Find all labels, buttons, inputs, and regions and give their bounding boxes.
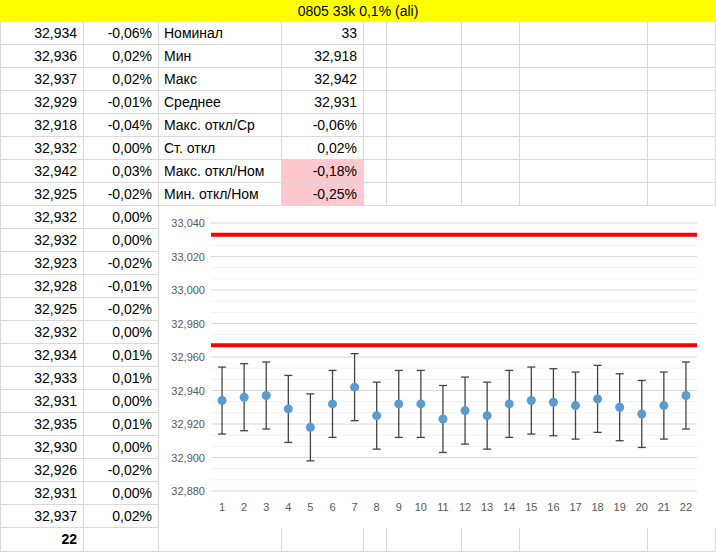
deviation-percent-cell[interactable]: 0,01% bbox=[84, 367, 159, 390]
empty-cell[interactable] bbox=[520, 528, 648, 552]
empty-cell[interactable] bbox=[648, 91, 716, 114]
stat-label-cell[interactable]: Ст. откл bbox=[159, 137, 282, 160]
stat-value-cell[interactable]: -0,06% bbox=[282, 114, 364, 137]
empty-cell[interactable] bbox=[462, 114, 520, 137]
empty-cell[interactable] bbox=[387, 137, 462, 160]
stat-label-cell[interactable]: Номинал bbox=[159, 22, 282, 45]
stat-label-cell[interactable]: Макс. откл/Ном bbox=[159, 160, 282, 183]
stat-value-cell[interactable]: 32,942 bbox=[282, 68, 364, 91]
sheet-title-cell[interactable]: 0805 33k 0,1% (ali) bbox=[0, 0, 716, 22]
empty-cell[interactable] bbox=[387, 45, 462, 68]
measurement-value-cell[interactable]: 32,929 bbox=[0, 91, 84, 114]
deviation-percent-cell[interactable]: -0,06% bbox=[84, 22, 159, 45]
measurement-value-cell[interactable]: 32,932 bbox=[0, 321, 84, 344]
empty-cell[interactable] bbox=[520, 91, 648, 114]
measurement-value-cell[interactable]: 32,925 bbox=[0, 183, 84, 206]
deviation-percent-cell[interactable]: 0,00% bbox=[84, 482, 159, 505]
empty-cell[interactable] bbox=[648, 45, 716, 68]
deviation-percent-cell[interactable]: 0,00% bbox=[84, 436, 159, 459]
deviation-percent-cell[interactable]: 0,02% bbox=[84, 45, 159, 68]
empty-cell[interactable] bbox=[364, 528, 387, 552]
empty-cell[interactable] bbox=[364, 183, 387, 206]
empty-cell[interactable] bbox=[520, 160, 648, 183]
empty-cell[interactable] bbox=[462, 160, 520, 183]
measurement-value-cell[interactable]: 32,923 bbox=[0, 252, 84, 275]
stat-value-cell[interactable]: 32,918 bbox=[282, 45, 364, 68]
empty-cell[interactable] bbox=[84, 528, 159, 552]
stat-value-cell[interactable]: 32,931 bbox=[282, 91, 364, 114]
empty-cell[interactable] bbox=[462, 91, 520, 114]
empty-cell[interactable] bbox=[364, 137, 387, 160]
empty-cell[interactable] bbox=[648, 183, 716, 206]
deviation-percent-cell[interactable]: -0,02% bbox=[84, 183, 159, 206]
measurement-value-cell[interactable]: 32,935 bbox=[0, 413, 84, 436]
measurement-value-cell[interactable]: 32,918 bbox=[0, 114, 84, 137]
empty-cell[interactable] bbox=[462, 528, 520, 552]
empty-cell[interactable] bbox=[520, 114, 648, 137]
deviation-percent-cell[interactable]: 0,01% bbox=[84, 413, 159, 436]
deviation-percent-cell[interactable]: 0,00% bbox=[84, 206, 159, 229]
measurement-value-cell[interactable]: 32,932 bbox=[0, 229, 84, 252]
stat-value-cell[interactable]: -0,18% bbox=[282, 160, 364, 183]
empty-cell[interactable] bbox=[520, 45, 648, 68]
measurement-value-cell[interactable]: 32,925 bbox=[0, 298, 84, 321]
measurement-value-cell[interactable]: 32,936 bbox=[0, 45, 84, 68]
empty-cell[interactable] bbox=[387, 91, 462, 114]
deviation-percent-cell[interactable]: -0,02% bbox=[84, 252, 159, 275]
empty-cell[interactable] bbox=[648, 528, 716, 552]
empty-cell[interactable] bbox=[364, 68, 387, 91]
deviation-percent-cell[interactable]: 0,00% bbox=[84, 137, 159, 160]
deviation-percent-cell[interactable]: -0,01% bbox=[84, 91, 159, 114]
deviation-percent-cell[interactable]: -0,02% bbox=[84, 459, 159, 482]
empty-cell[interactable] bbox=[520, 22, 648, 45]
stat-value-cell[interactable]: 33 bbox=[282, 22, 364, 45]
deviation-percent-cell[interactable]: 0,02% bbox=[84, 68, 159, 91]
measurement-value-cell[interactable]: 32,937 bbox=[0, 68, 84, 91]
empty-cell[interactable] bbox=[462, 45, 520, 68]
empty-cell[interactable] bbox=[648, 137, 716, 160]
empty-cell[interactable] bbox=[462, 22, 520, 45]
empty-cell[interactable] bbox=[462, 68, 520, 91]
stat-label-cell[interactable]: Мин. откл/Ном bbox=[159, 183, 282, 206]
empty-cell[interactable] bbox=[364, 45, 387, 68]
empty-cell[interactable] bbox=[520, 68, 648, 91]
empty-cell[interactable] bbox=[364, 91, 387, 114]
deviation-percent-cell[interactable]: -0,04% bbox=[84, 114, 159, 137]
empty-cell[interactable] bbox=[462, 137, 520, 160]
empty-cell[interactable] bbox=[387, 183, 462, 206]
stat-value-cell[interactable]: 0,02% bbox=[282, 137, 364, 160]
deviation-percent-cell[interactable]: 0,00% bbox=[84, 390, 159, 413]
measurement-value-cell[interactable]: 32,933 bbox=[0, 367, 84, 390]
measurement-value-cell[interactable]: 32,930 bbox=[0, 436, 84, 459]
empty-cell[interactable] bbox=[364, 22, 387, 45]
measurement-value-cell[interactable]: 32,928 bbox=[0, 275, 84, 298]
measurement-value-cell[interactable]: 32,934 bbox=[0, 22, 84, 45]
stat-label-cell[interactable]: Макс bbox=[159, 68, 282, 91]
measurement-value-cell[interactable]: 32,942 bbox=[0, 160, 84, 183]
empty-cell[interactable] bbox=[159, 528, 282, 552]
empty-cell[interactable] bbox=[387, 114, 462, 137]
measurement-value-cell[interactable]: 32,932 bbox=[0, 137, 84, 160]
empty-cell[interactable] bbox=[648, 160, 716, 183]
deviation-chart[interactable]: 32,88032,90032,92032,94032,96032,98033,0… bbox=[160, 207, 716, 528]
deviation-percent-cell[interactable]: 0,03% bbox=[84, 160, 159, 183]
empty-cell[interactable] bbox=[364, 160, 387, 183]
empty-cell[interactable] bbox=[462, 183, 520, 206]
measurement-value-cell[interactable]: 32,937 bbox=[0, 505, 84, 528]
stat-value-cell[interactable]: -0,25% bbox=[282, 183, 364, 206]
measurement-value-cell[interactable]: 32,934 bbox=[0, 344, 84, 367]
empty-cell[interactable] bbox=[387, 528, 462, 552]
empty-cell[interactable] bbox=[387, 160, 462, 183]
empty-cell[interactable] bbox=[648, 22, 716, 45]
measurement-value-cell[interactable]: 32,931 bbox=[0, 390, 84, 413]
empty-cell[interactable] bbox=[520, 183, 648, 206]
empty-cell[interactable] bbox=[387, 22, 462, 45]
empty-cell[interactable] bbox=[648, 114, 716, 137]
measurement-value-cell[interactable]: 32,931 bbox=[0, 482, 84, 505]
stat-label-cell[interactable]: Мин bbox=[159, 45, 282, 68]
empty-cell[interactable] bbox=[364, 114, 387, 137]
deviation-percent-cell[interactable]: -0,01% bbox=[84, 275, 159, 298]
empty-cell[interactable] bbox=[648, 68, 716, 91]
empty-cell[interactable] bbox=[520, 137, 648, 160]
deviation-percent-cell[interactable]: 0,00% bbox=[84, 229, 159, 252]
